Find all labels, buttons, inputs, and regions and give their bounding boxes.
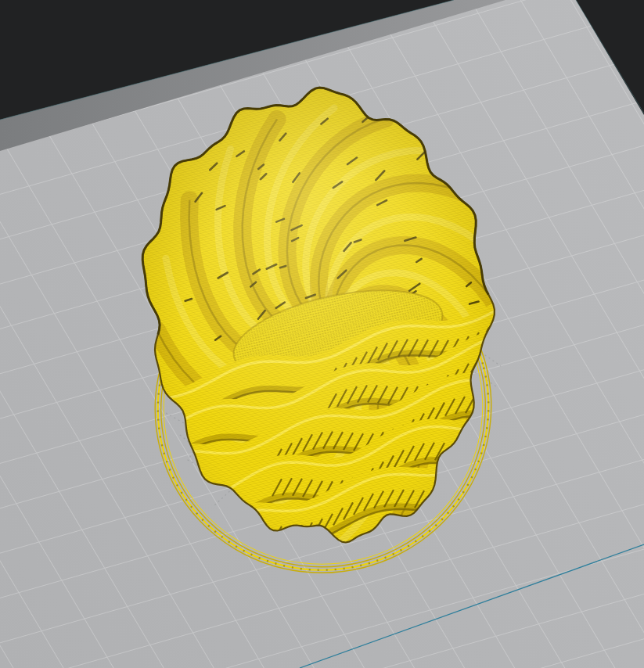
slicer-window [0, 0, 644, 668]
slicer-3d-viewport[interactable] [0, 0, 644, 668]
